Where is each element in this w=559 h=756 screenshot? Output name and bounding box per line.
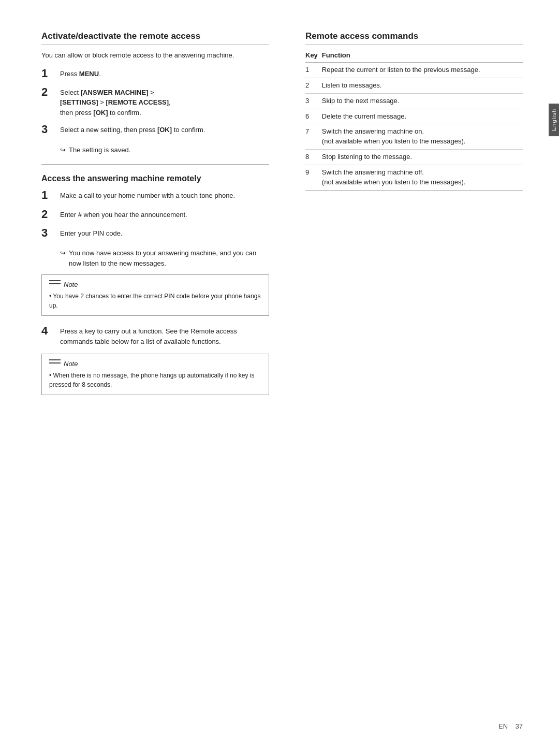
result-text: The setting is saved. bbox=[69, 145, 130, 155]
section2-steps: 1 Make a call to your home number with a… bbox=[41, 188, 269, 240]
table-cell-key: 8 bbox=[305, 150, 322, 165]
table-cell-key: 9 bbox=[305, 165, 322, 190]
step-text: Make a call to your home number with a t… bbox=[60, 188, 235, 201]
table-cell-function: Repeat the current or listen to the prev… bbox=[322, 63, 523, 78]
table-row: 1Repeat the current or listen to the pre… bbox=[305, 63, 523, 78]
note-icon-2 bbox=[49, 359, 61, 368]
note-label-2: Note bbox=[64, 360, 78, 368]
section-divider bbox=[41, 164, 269, 165]
table-row: 3Skip to the next message. bbox=[305, 93, 523, 109]
section2-title: Access the answering machine remotely bbox=[41, 174, 269, 183]
note-box-1: Note • You have 2 chances to enter the c… bbox=[41, 274, 269, 316]
step-2-3: 3 Enter your PIN code. bbox=[41, 226, 269, 240]
step-number: 1 bbox=[41, 67, 56, 80]
table-cell-key: 3 bbox=[305, 93, 322, 109]
content-area: Activate/deactivate the remote access Yo… bbox=[41, 31, 523, 403]
table-title: Remote access commands bbox=[305, 31, 523, 45]
step-number: 3 bbox=[41, 123, 56, 136]
page-footer: EN 37 bbox=[498, 722, 523, 730]
result-text: You now have access to your answering ma… bbox=[69, 248, 269, 268]
section-activate: Activate/deactivate the remote access Yo… bbox=[41, 31, 269, 155]
table-cell-key: 1 bbox=[305, 63, 322, 78]
commands-table: Key Function 1Repeat the current or list… bbox=[305, 49, 523, 191]
step-1-2: 2 Select [ANSWER MACHINE] >[SETTINGS] > … bbox=[41, 85, 269, 118]
table-cell-key: 7 bbox=[305, 124, 322, 150]
step-number: 2 bbox=[41, 208, 56, 221]
step-number: 1 bbox=[41, 188, 56, 202]
step1-result: ↪ The setting is saved. bbox=[60, 145, 269, 155]
section-access: Access the answering machine remotely 1 … bbox=[41, 174, 269, 395]
step-2-4: 4 Press a key to carry out a function. S… bbox=[41, 324, 269, 346]
table-cell-function: Delete the current message. bbox=[322, 109, 523, 124]
arrow-icon: ↪ bbox=[60, 248, 66, 258]
table-cell-function: Switch the answering machine on.(not ava… bbox=[322, 124, 523, 150]
step-1-1: 1 Press MENU. bbox=[41, 67, 269, 80]
page-container: English Activate/deactivate the remote a… bbox=[0, 0, 559, 756]
step-text: Select [ANSWER MACHINE] >[SETTINGS] > [R… bbox=[60, 85, 171, 118]
step-text: Press MENU. bbox=[60, 67, 101, 79]
table-row: 7Switch the answering machine on.(not av… bbox=[305, 124, 523, 150]
step-number: 3 bbox=[41, 226, 56, 240]
step-number: 4 bbox=[41, 324, 56, 338]
table-row: 8Stop listening to the message. bbox=[305, 150, 523, 165]
note-header-1: Note bbox=[49, 280, 261, 288]
col-key: Key bbox=[305, 49, 322, 63]
step-1-3: 3 Select a new setting, then press [OK] … bbox=[41, 123, 269, 136]
table-row: 9Switch the answering machine off.(not a… bbox=[305, 165, 523, 190]
table-row: 6Delete the current message. bbox=[305, 109, 523, 124]
col-function: Function bbox=[322, 49, 523, 63]
table-cell-key: 2 bbox=[305, 78, 322, 93]
table-cell-function: Skip to the next message. bbox=[322, 93, 523, 109]
footer-lang: EN bbox=[498, 722, 508, 730]
table-header-row: Key Function bbox=[305, 49, 523, 63]
footer-page: 37 bbox=[516, 722, 523, 730]
note-icon-1 bbox=[49, 280, 61, 288]
section1-intro: You can allow or block remote access to … bbox=[41, 50, 269, 61]
table-row: 2Listen to messages. bbox=[305, 78, 523, 93]
table-cell-key: 6 bbox=[305, 109, 322, 124]
section1-steps: 1 Press MENU. 2 Select [ANSWER MACHINE] … bbox=[41, 67, 269, 137]
step-text: Press a key to carry out a function. See… bbox=[60, 324, 269, 346]
section1-title: Activate/deactivate the remote access bbox=[41, 31, 269, 45]
table-cell-function: Listen to messages. bbox=[322, 78, 523, 93]
step-number: 2 bbox=[41, 85, 56, 99]
note-header-2: Note bbox=[49, 359, 261, 368]
step-text: Enter your PIN code. bbox=[60, 226, 123, 239]
note-text-1: • You have 2 chances to enter the correc… bbox=[49, 292, 261, 310]
left-column: Activate/deactivate the remote access Yo… bbox=[41, 31, 280, 403]
table-cell-function: Switch the answering machine off.(not av… bbox=[322, 165, 523, 190]
arrow-icon: ↪ bbox=[60, 145, 66, 155]
step-2-1: 1 Make a call to your home number with a… bbox=[41, 188, 269, 202]
note-label-1: Note bbox=[64, 281, 78, 288]
step-text: Enter # when you hear the announcement. bbox=[60, 208, 187, 220]
note-text-2: • When there is no message, the phone ha… bbox=[49, 371, 261, 389]
right-column: Remote access commands Key Function 1Rep… bbox=[300, 31, 523, 403]
step-2-2: 2 Enter # when you hear the announcement… bbox=[41, 208, 269, 221]
side-tab: English bbox=[549, 104, 559, 136]
note-box-2: Note • When there is no message, the pho… bbox=[41, 354, 269, 395]
step-text: Select a new setting, then press [OK] to… bbox=[60, 123, 205, 135]
table-cell-function: Stop listening to the message. bbox=[322, 150, 523, 165]
step2-result: ↪ You now have access to your answering … bbox=[60, 248, 269, 268]
